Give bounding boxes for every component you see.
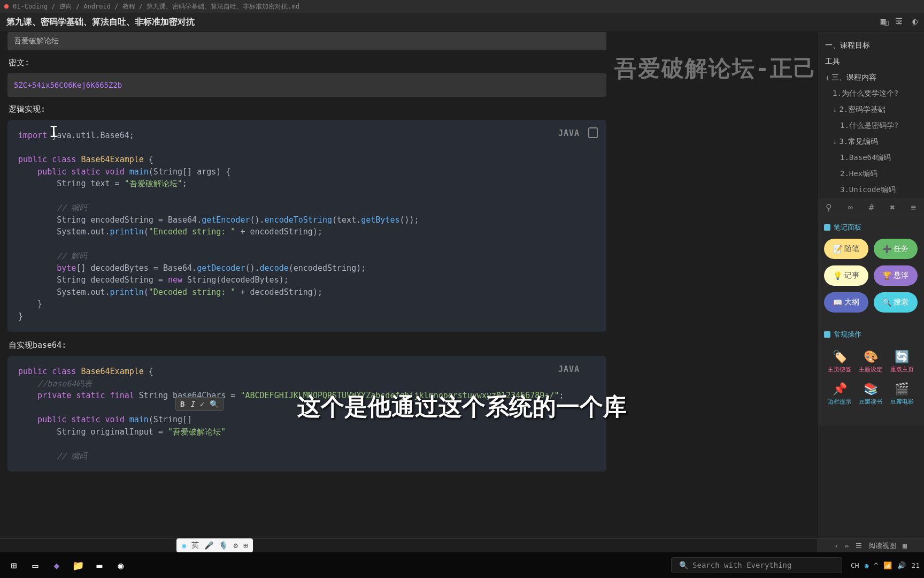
clock-icon[interactable]: ◐ [912,16,918,26]
self-base64-label: 自实现base64: [9,340,810,351]
toc-item[interactable]: ↓三、课程内容 [821,70,921,86]
taskbar: ⊞ ▭ ◆ 📁 ▬ ◉ 🔍 Search with Everything CH … [0,552,924,578]
toc-item[interactable]: 一、课程目标 [821,37,921,54]
app-explorer-icon[interactable]: 📁 [68,556,88,575]
tray-app-icon[interactable]: ◉ [865,561,869,569]
cipher-text-box[interactable]: 5ZC+54ix56CO6Kej6K665Z2b [7,73,606,97]
italic-button[interactable]: I [190,400,194,408]
file-path: 01-Coding / 逆向 / Android / 教程 / 第九课、密码学基… [13,2,299,11]
toc-item[interactable]: 3.Unicode编码 [821,182,921,198]
task-button[interactable]: ➕任务 [874,239,918,259]
list-view-icon[interactable]: ☰ [856,542,862,550]
toc-item[interactable]: 工具 [821,54,921,70]
main-area: 吾爱破解论坛 密文: 5ZC+54ix56CO6Kej6K665Z2b 逻辑实现… [0,32,924,559]
document-content: 吾爱破解论坛 密文: 5ZC+54ix56CO6Kej6K665Z2b 逻辑实现… [0,32,817,559]
quick-douban-book[interactable]: 📚豆瓣读书 [859,382,882,406]
app-obs-icon[interactable]: ◉ [111,556,130,575]
ime-grid-icon[interactable]: ⊞ [243,541,248,550]
cipher-value: 5ZC+54ix56CO6Kej6K665Z2b [14,81,122,89]
float-button[interactable]: 🏆悬浮 [874,265,918,286]
back-icon[interactable]: ‹ [834,542,838,550]
code-content-2: public class Base64Example { //base64码表 … [18,366,596,462]
code-block-java-2[interactable]: JAVA public class Base64Example { //base… [7,356,606,471]
ime-mic-icon[interactable]: 🎙️ [219,541,228,550]
hash-icon[interactable]: # [869,202,874,212]
wrench-icon[interactable]: ✖ [890,202,895,212]
bold-button[interactable]: B [180,400,184,408]
ime-toolbar[interactable]: ◉ 英 🎤 🎙️ ⚙ ⊞ [176,538,253,552]
app-obsidian-icon[interactable]: ◆ [47,556,66,575]
copy-icon[interactable] [588,127,598,138]
quick-reload[interactable]: 🔄重载主页 [890,350,914,374]
forum-name: 吾爱破解论坛 [14,36,59,45]
cipher-label: 密文: [9,58,810,68]
taskbar-search[interactable]: 🔍 Search with Everything [671,557,842,573]
note-button[interactable]: 📝随笔 [824,239,868,259]
memo-button[interactable]: 💡记事 [824,265,868,286]
side-tabs: ⚲ ∞ # ✖ ≡ [818,198,924,217]
quick-sidebar-tip[interactable]: 📌边栏提示 [828,382,851,406]
search-placeholder: Search with Everything [692,561,791,569]
tools-icon[interactable]: ⚲ [826,202,832,212]
toc-item[interactable]: 1.Base64编码 [821,150,921,166]
taskview-icon[interactable]: ▭ [26,556,45,575]
toc-item[interactable]: ↓3.常见编码 [821,134,921,150]
document-title: 第九课、密码学基础、算法自吐、非标准加密对抗 [6,17,195,28]
actions-section: 常规操作 🏷️主页便签 🎨主题设定 🔄重载主页 📌边栏提示 📚豆瓣读书 🎬豆瓣电… [818,324,924,415]
view-label[interactable]: 阅读视图 [868,541,896,551]
ime-lang[interactable]: 英 [191,541,199,550]
toc-item[interactable]: 1.什么是密码学? [821,118,921,134]
code-content-1: import java.util.Base64; public class Ba… [18,130,596,322]
brush-icon[interactable]: ✏ [845,542,849,550]
toc-item[interactable]: ↓2.密码学基础 [821,102,921,118]
actions-panel-title: 常规操作 [824,330,918,339]
link-icon[interactable]: ∞ [848,202,853,212]
toc-item[interactable]: 1.为什么要学这个? [821,86,921,102]
search-button[interactable]: 🔍 [210,400,219,408]
check-button[interactable]: ✓ [200,400,204,408]
search-button[interactable]: 🔍搜索 [874,292,918,313]
notes-panel-title: 笔记面板 [824,223,918,232]
outline-button[interactable]: 📖大纲 [824,292,868,313]
tray-time[interactable]: 21 [911,561,920,569]
start-button[interactable]: ⊞ [4,556,24,575]
calendar-icon[interactable]: ▦ [881,16,886,26]
notes-section: 笔记面板 📝随笔 ➕任务 💡记事 🏆悬浮 📖大纲 🔍搜索 [818,217,924,324]
app-terminal-icon[interactable]: ▬ [90,556,109,575]
list-icon[interactable]: ☰ [895,16,903,26]
tray-lang[interactable]: CH [851,561,859,569]
tray-wifi-icon[interactable]: 📶 [883,561,892,569]
quick-douban-movie[interactable]: 🎬豆瓣电影 [890,382,914,406]
status-bar: ↑: 0.96 KB/s CPU: 8% [0,538,924,552]
ime-voice-icon[interactable]: 🎤 [204,541,213,550]
view-mode-bar: ‹ ✏ ☰ 阅读视图 ▦ [817,538,924,552]
grid-icon[interactable]: ▦ [903,542,907,550]
quick-theme[interactable]: 🎨主题设定 [859,350,882,374]
system-tray: CH ◉ ^ 📶 🔊 21 [851,561,920,569]
quick-home-note[interactable]: 🏷️主页便签 [828,350,851,374]
format-toolbar[interactable]: B I ✓ 🔍 [175,397,224,411]
window-close-dot[interactable] [4,4,9,9]
code-language-label-2: JAVA [558,363,580,376]
code-block-java-1[interactable]: JAVA import java.util.Base64; public cla… [7,120,606,332]
toc-item[interactable]: 2.Hex编码 [821,166,921,182]
logic-label: 逻辑实现: [9,104,810,115]
ime-settings-icon[interactable]: ⚙ [233,541,237,550]
tray-chevron-icon[interactable]: ^ [874,561,879,569]
titlebar: 01-Coding / 逆向 / Android / 教程 / 第九课、密码学基… [0,0,924,13]
forum-pill: 吾爱破解论坛 [7,32,606,50]
side-panel: ⚲ ∞ # ✖ ≡ 笔记面板 📝随笔 ➕任务 💡记事 🏆悬浮 📖大纲 🔍搜索 常… [817,198,924,426]
menu-icon[interactable]: ≡ [911,202,917,212]
ime-logo-icon[interactable]: ◉ [182,541,186,550]
search-icon: 🔍 [679,561,688,569]
document-header: 第九课、密码学基础、算法自吐、非标准加密对抗 ◫ ✕ ⋮ [0,13,924,32]
tray-volume-icon[interactable]: 🔊 [897,561,906,569]
code-language-label: JAVA [558,127,580,140]
top-right-icons: ▦ ☰ ◐ [881,16,918,26]
